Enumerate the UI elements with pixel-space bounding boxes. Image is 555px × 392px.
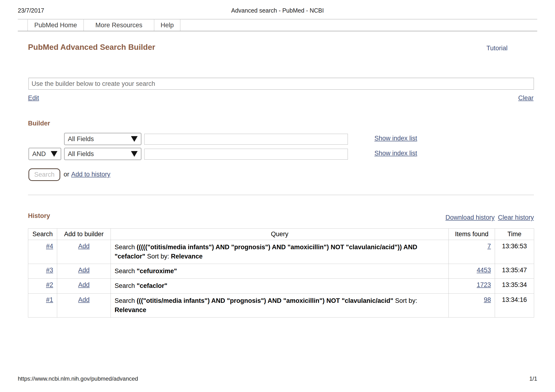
history-links: Download history Clear history [445, 214, 534, 221]
query-cell: Search "cefaclor" [111, 279, 449, 293]
chevron-down-icon [131, 136, 138, 142]
page-title: PubMed Advanced Search Builder [28, 43, 155, 52]
show-index-list-link-row2[interactable]: Show index list [374, 150, 417, 157]
print-document-title: Advanced search - PubMed - NCBI [231, 7, 324, 14]
time-cell: 13:34:16 [495, 293, 534, 317]
history-heading: History [28, 212, 50, 220]
chevron-down-icon [51, 151, 58, 157]
printed-page: 23/7/2017 Advanced search - PubMed - NCB… [0, 0, 555, 392]
history-table: Search Add to builder Query Items found … [28, 228, 534, 318]
tab-more-resources[interactable]: More Resources [84, 20, 154, 31]
time-cell: 13:35:34 [495, 279, 534, 293]
clear-link[interactable]: Clear [518, 94, 534, 102]
table-row: #1 Add Search ((("otitis/media infants")… [28, 293, 534, 317]
search-number-link[interactable]: #3 [46, 267, 53, 274]
tab-pubmed-home[interactable]: PubMed Home [28, 20, 84, 31]
history-table-header-row: Search Add to builder Query Items found … [28, 229, 534, 240]
add-to-builder-link[interactable]: Add [78, 242, 89, 250]
add-to-builder-link[interactable]: Add [78, 296, 89, 303]
add-to-builder-link[interactable]: Add [78, 267, 89, 274]
top-navbar: PubMed Home More Resources Help [18, 19, 537, 31]
query-cell: Search "cefuroxime" [111, 264, 449, 279]
query-prefix: Search [115, 268, 137, 275]
chevron-down-icon [131, 151, 138, 157]
edit-link[interactable]: Edit [28, 94, 39, 102]
navbar-stub-cell [18, 20, 28, 31]
query-prefix: Search [115, 243, 137, 251]
print-date: 23/7/2017 [18, 7, 44, 14]
query-cell: Search ((((("otitis/media infants") AND … [111, 240, 449, 264]
col-header-add-to-builder: Add to builder [57, 229, 111, 240]
print-page-number: 1/1 [529, 375, 537, 382]
query-cell: Search ((("otitis/media infants") AND "p… [111, 293, 449, 317]
add-to-builder-link[interactable]: Add [78, 281, 89, 288]
query-box-input[interactable] [29, 78, 534, 90]
table-row: #3 Add Search "cefuroxime" 4453 13:35:47 [28, 264, 534, 279]
download-history-link[interactable]: Download history [445, 214, 495, 221]
col-header-time: Time [495, 229, 534, 240]
term-input-row2[interactable] [144, 149, 348, 160]
search-number-link[interactable]: #2 [46, 281, 53, 288]
print-url: https://www.ncbi.nlm.nih.gov/pubmed/adva… [18, 375, 138, 382]
search-button[interactable]: Search [29, 168, 60, 181]
field-select-row2-value: All Fields [68, 150, 94, 158]
print-footer: https://www.ncbi.nlm.nih.gov/pubmed/adva… [18, 375, 537, 383]
tab-help[interactable]: Help [154, 20, 180, 31]
query-text: "cefuroxime" [137, 268, 177, 275]
show-index-list-link-row1[interactable]: Show index list [374, 135, 417, 142]
add-to-history-link[interactable]: Add to history [71, 171, 110, 178]
term-input-row1[interactable] [144, 134, 348, 145]
sort-label: Sort by: [394, 297, 417, 304]
boolean-select-row2-value: AND [32, 150, 46, 158]
tutorial-link[interactable]: Tutorial [486, 45, 508, 52]
builder-heading: Builder [28, 120, 50, 127]
query-prefix: Search [115, 282, 137, 289]
field-select-row2[interactable]: All Fields [64, 148, 141, 160]
field-select-row1-value: All Fields [68, 135, 94, 143]
query-prefix: Search [115, 297, 137, 304]
or-label: or [64, 171, 69, 178]
sort-label: Sort by: [145, 253, 171, 260]
items-found-link[interactable]: 4453 [477, 267, 491, 274]
print-header: 23/7/2017 Advanced search - PubMed - NCB… [18, 7, 537, 15]
search-number-link[interactable]: #4 [46, 242, 53, 250]
col-header-search: Search [28, 229, 57, 240]
table-row: #2 Add Search "cefaclor" 1723 13:35:34 [28, 279, 534, 293]
query-text: ((("otitis/media infants") AND "prognosi… [137, 297, 394, 304]
col-header-items-found: Items found [449, 229, 495, 240]
query-text: "cefaclor" [137, 282, 167, 289]
items-found-link[interactable]: 1723 [477, 281, 491, 288]
search-number-link[interactable]: #1 [46, 296, 53, 303]
boolean-select-row2[interactable]: AND [29, 148, 61, 160]
clear-history-link[interactable]: Clear history [498, 214, 534, 221]
time-cell: 13:35:47 [495, 264, 534, 279]
items-found-link[interactable]: 7 [487, 242, 491, 250]
items-found-link[interactable]: 98 [484, 296, 491, 303]
time-cell: 13:36:53 [495, 240, 534, 264]
section-divider [28, 195, 534, 195]
sort-value: Relevance [171, 253, 203, 260]
table-row: #4 Add Search ((((("otitis/media infants… [28, 240, 534, 264]
sort-value: Relevance [115, 306, 146, 314]
col-header-query: Query [111, 229, 449, 240]
field-select-row1[interactable]: All Fields [64, 133, 141, 145]
